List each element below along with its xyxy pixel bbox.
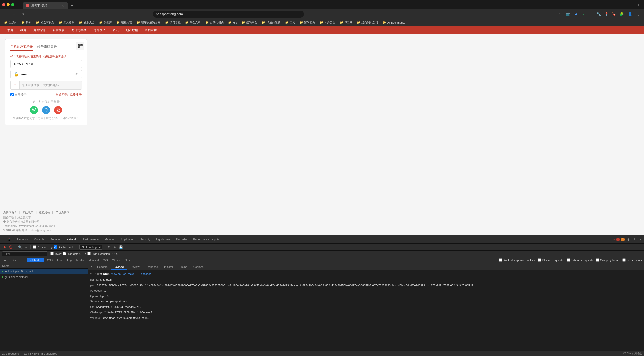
- bookmark-db[interactable]: 📁 数据库: [97, 20, 114, 25]
- hide-ext-urls-checkbox[interactable]: Hide extension URLs: [87, 252, 117, 255]
- nav-zixun[interactable]: 资讯: [111, 27, 121, 33]
- screenshots-checkbox[interactable]: Screenshots: [622, 258, 642, 262]
- nav-dichansj[interactable]: 地产数据: [124, 27, 140, 33]
- filter-js[interactable]: JS: [19, 258, 26, 262]
- bookmark-study[interactable]: 📁 留学相关: [298, 20, 317, 25]
- bookmark-k8s[interactable]: 📁 k8s: [226, 20, 239, 25]
- close-detail-button[interactable]: ×: [89, 263, 94, 270]
- bookmark-loupan[interactable]: 📁 楼盘可视化: [34, 20, 56, 25]
- bookmark-liaoliao[interactable]: 📁 房料: [19, 20, 33, 25]
- devtools-tab-perfinsights[interactable]: Performance insights: [190, 237, 222, 242]
- screen-cast-icon[interactable]: 📺: [564, 11, 571, 18]
- filter-manifest[interactable]: Manifest: [86, 258, 101, 262]
- third-party-checkbox[interactable]: 3rd-party requests: [567, 258, 593, 262]
- name-column-header[interactable]: Name: [0, 263, 88, 268]
- bookmark-resources[interactable]: 📁 资源大全: [77, 20, 97, 25]
- ext-icon-3[interactable]: 🔧: [595, 11, 602, 18]
- view-source-link[interactable]: view source: [111, 272, 126, 275]
- bookmark-reverse[interactable]: 📁 逆向测试公司: [355, 20, 380, 25]
- import-button[interactable]: ⬆: [106, 245, 111, 250]
- collapse-icon[interactable]: ▾: [90, 272, 92, 276]
- bookmark-all[interactable]: 📂 All Bookmarks: [381, 20, 407, 25]
- password-input[interactable]: [21, 72, 75, 76]
- maximize-button[interactable]: [11, 3, 14, 6]
- bookmark-solutions[interactable]: 📁 程序课解决方案: [135, 20, 163, 25]
- export-button[interactable]: ⬇: [112, 245, 117, 250]
- phone-input[interactable]: [10, 60, 82, 68]
- request-item-slidecode[interactable]: getslidecodeinit.api: [0, 274, 88, 280]
- nav-zhuangxiu[interactable]: 装修家居: [50, 27, 66, 33]
- bookmark-star-icon[interactable]: ☆: [556, 11, 563, 18]
- ext-icon-1[interactable]: ✓: [580, 11, 587, 18]
- blocked-response-checkbox[interactable]: Blocked response cookies: [499, 258, 535, 262]
- devtools-more-button[interactable]: ⋮: [632, 237, 637, 242]
- bookmark-toolbox[interactable]: 📁 工具: [283, 20, 297, 25]
- filter-media[interactable]: Media: [74, 258, 86, 262]
- auto-login-checkbox[interactable]: 自动登录: [10, 93, 27, 97]
- login-tab-phone[interactable]: 手机动态码登录: [10, 45, 33, 51]
- filter-css[interactable]: CSS: [45, 258, 55, 262]
- ext-icon-4[interactable]: 📍: [603, 11, 610, 18]
- nav-haiwai[interactable]: 海外房产: [92, 27, 108, 33]
- devtools-tab-performance[interactable]: Performance: [80, 237, 102, 242]
- view-url-encoded-link[interactable]: view URL-encoded: [128, 272, 151, 275]
- minimize-button[interactable]: [7, 3, 10, 6]
- filter-font[interactable]: Font: [55, 258, 65, 262]
- translate-ext-icon[interactable]: A: [573, 11, 580, 18]
- bookmark-shenzhou[interactable]: 📁 神舟云台: [318, 20, 337, 25]
- devtools-tab-recorder[interactable]: Recorder: [173, 237, 190, 242]
- filter-other[interactable]: Other: [123, 258, 134, 262]
- bookmark-zimeiti[interactable]: 📁 自媒体: [2, 20, 19, 25]
- nav-ershoufang[interactable]: 二手房: [2, 27, 15, 33]
- detail-tab-payload[interactable]: Payload: [111, 264, 127, 270]
- filter-button[interactable]: ▽: [23, 245, 28, 250]
- nav-zufang[interactable]: 租房: [18, 27, 28, 33]
- filter-input[interactable]: [2, 251, 47, 256]
- nav-fangjia[interactable]: 房价行情: [31, 27, 47, 33]
- request-item-login[interactable]: loginwithpwdStrong.api: [0, 269, 88, 274]
- invert-checkbox[interactable]: Invert: [50, 252, 62, 255]
- detail-tab-response[interactable]: Response: [142, 264, 161, 270]
- nav-zhibo[interactable]: 直播看房: [143, 27, 159, 33]
- ext-icon-5[interactable]: 🔖: [610, 11, 617, 18]
- devtools-tab-console[interactable]: Console: [31, 237, 47, 242]
- bookmark-souma[interactable]: 📁 搜码平台: [239, 20, 259, 25]
- download-button[interactable]: 💾: [118, 245, 124, 250]
- hide-data-urls-checkbox[interactable]: Hide data URLs: [63, 252, 87, 255]
- filter-ws[interactable]: WS: [101, 258, 110, 262]
- devtools-tab-sources[interactable]: Sources: [47, 237, 63, 242]
- ext-icon-2[interactable]: 🛡: [588, 11, 595, 18]
- filter-doc[interactable]: Doc: [10, 258, 19, 262]
- search-button[interactable]: 🔍: [17, 245, 22, 250]
- devtools-tab-security[interactable]: Security: [137, 237, 153, 242]
- inspect-element-button[interactable]: ⬚: [1, 237, 6, 242]
- slider-verification[interactable]: » 拖动左侧滑块，完成拼图验证: [10, 81, 82, 90]
- devtools-tab-lighthouse[interactable]: Lighthouse: [153, 237, 173, 242]
- free-register-link[interactable]: 免费注册: [70, 93, 82, 97]
- forward-button[interactable]: →: [11, 11, 18, 18]
- login-tab-password[interactable]: 帐号密码登录: [37, 45, 57, 51]
- group-by-frame-checkbox[interactable]: Group by frame: [596, 258, 619, 262]
- blocked-requests-checkbox[interactable]: Blocked requests: [538, 258, 564, 262]
- reset-password-link[interactable]: 重置密码: [56, 93, 68, 97]
- nav-shangpu[interactable]: 商铺写字楼: [69, 27, 89, 33]
- extension-menu-button[interactable]: 🧩: [618, 11, 625, 18]
- filter-img[interactable]: Img: [65, 258, 74, 262]
- filter-all[interactable]: All: [2, 258, 9, 262]
- qq-login-button[interactable]: Q: [42, 106, 50, 114]
- throttling-select[interactable]: No throttling: [79, 245, 102, 250]
- new-tab-button[interactable]: +: [68, 2, 75, 9]
- qr-code-toggle[interactable]: [76, 42, 84, 50]
- devtools-tab-application[interactable]: Application: [118, 237, 137, 242]
- slider-handle[interactable]: »: [11, 81, 20, 89]
- bookmark-ai[interactable]: 📁 AI工具: [338, 20, 354, 25]
- devtools-close-button[interactable]: ×: [638, 237, 643, 242]
- wechat-login-button[interactable]: W: [30, 106, 38, 114]
- disable-cache-checkbox[interactable]: Disable cache: [54, 245, 75, 249]
- detail-tab-cookies[interactable]: Cookies: [190, 264, 207, 270]
- devtools-tab-memory[interactable]: Memory: [102, 237, 118, 242]
- back-button[interactable]: ←: [2, 11, 9, 18]
- detail-tab-initiator[interactable]: Initiator: [161, 264, 176, 270]
- tab-close-button[interactable]: ×: [61, 4, 65, 8]
- devtools-tab-network[interactable]: Network: [64, 237, 80, 242]
